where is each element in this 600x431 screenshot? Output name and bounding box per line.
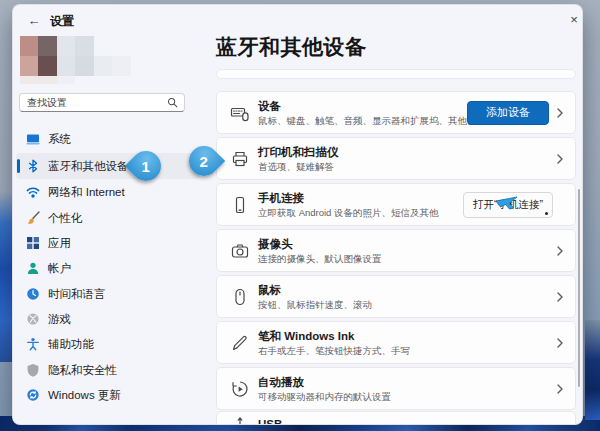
- card-printers-scanners[interactable]: 打印机和扫描仪 首选项、疑难解答: [216, 137, 576, 180]
- search-input[interactable]: [20, 97, 167, 108]
- settings-search: [19, 93, 185, 112]
- sidebar-item-label: 应用: [48, 236, 71, 251]
- sidebar-item-windows-update[interactable]: Windows 更新: [16, 382, 200, 408]
- card-title: 自动播放: [258, 376, 391, 389]
- sidebar-item-time-language[interactable]: 时间和语言: [16, 281, 200, 307]
- close-icon: ×: [570, 12, 578, 27]
- chevron-right-icon: [555, 384, 565, 394]
- card-autoplay[interactable]: 自动播放 可移动驱动器和内存的默认设置: [216, 367, 576, 410]
- phone-icon: [230, 195, 250, 215]
- usb-icon: [230, 416, 250, 425]
- annotation-step-2-label: 2: [200, 153, 208, 170]
- card-subtitle: 立即获取 Android 设备的照片、短信及其他: [258, 207, 439, 218]
- card-mouse[interactable]: 鼠标 按钮、鼠标指针速度、滚动: [216, 275, 576, 318]
- mouse-cursor-icon: [495, 191, 521, 219]
- sidebar-item-label: 隐私和安全性: [48, 363, 117, 378]
- card-title: 笔和 Windows Ink: [258, 330, 410, 343]
- sidebar-item-system[interactable]: 系统: [16, 126, 200, 152]
- card-phone-link[interactable]: 手机连接 立即获取 Android 设备的照片、短信及其他 打开“手机连接”: [216, 183, 576, 226]
- card-title: 手机连接: [258, 192, 439, 205]
- sidebar-item-label: 辅助功能: [48, 337, 94, 352]
- chevron-right-icon: [555, 246, 565, 256]
- sidebar-item-label: 帐户: [48, 261, 71, 276]
- clock-globe-icon: [26, 287, 40, 301]
- bluetooth-icon: [26, 159, 40, 173]
- accessibility-person-icon: [26, 337, 40, 351]
- sidebar-item-personalization[interactable]: 个性化: [16, 205, 200, 231]
- card-cameras[interactable]: 摄像头 连接的摄像头、默认图像设置: [216, 229, 576, 272]
- wallpaper-right: [585, 320, 600, 420]
- person-icon: [26, 261, 40, 275]
- pen-icon: [230, 333, 250, 353]
- add-device-button[interactable]: 添加设备: [467, 101, 549, 125]
- sidebar-item-privacy-security[interactable]: 隐私和安全性: [16, 357, 200, 383]
- sidebar-item-label: 游戏: [48, 312, 71, 327]
- vertical-scrollbar[interactable]: [578, 189, 580, 387]
- card-title: 设备: [258, 100, 486, 113]
- desktop: ← 设置 × 系统: [0, 0, 600, 431]
- sidebar-item-label: 时间和语言: [48, 287, 106, 302]
- shield-icon: [26, 363, 40, 377]
- sidebar-item-network[interactable]: 网络和 Internet: [16, 179, 200, 205]
- brush-icon: [26, 211, 40, 225]
- chevron-right-icon: [555, 108, 565, 118]
- autoplay-icon: [230, 379, 250, 399]
- page-title: 蓝牙和其他设备: [216, 33, 367, 61]
- card-subtitle: 首选项、疑难解答: [258, 161, 339, 172]
- camera-icon: [230, 241, 250, 261]
- chevron-right-icon: [555, 338, 565, 348]
- card-subtitle: 按钮、鼠标指针速度、滚动: [258, 299, 372, 310]
- cursor-click-dot: [545, 212, 548, 215]
- apps-grid-icon: [26, 236, 40, 250]
- card-title: USB: [258, 418, 282, 425]
- annotation-step-1-label: 1: [142, 158, 150, 175]
- search-icon: [167, 97, 178, 108]
- sidebar-item-apps[interactable]: 应用: [16, 230, 200, 256]
- sidebar-item-label: 个性化: [48, 211, 83, 226]
- partially-scrolled-card: [216, 69, 576, 79]
- sidebar-item-accounts[interactable]: 帐户: [16, 255, 200, 281]
- xbox-icon: [26, 312, 40, 326]
- back-arrow-icon: ←: [28, 13, 41, 28]
- chevron-right-icon: [555, 292, 565, 302]
- sidebar-item-label: 网络和 Internet: [48, 185, 125, 200]
- update-arrows-icon: [26, 388, 40, 402]
- close-button[interactable]: ×: [561, 8, 583, 30]
- card-subtitle: 连接的摄像头、默认图像设置: [258, 253, 382, 264]
- printer-icon: [230, 149, 250, 169]
- mouse-icon: [230, 287, 250, 307]
- selected-accent-bar: [17, 159, 20, 173]
- card-subtitle: 可移动驱动器和内存的默认设置: [258, 391, 391, 402]
- card-title: 鼠标: [258, 284, 372, 297]
- keyboard-mouse-icon: [230, 103, 250, 123]
- card-title: 摄像头: [258, 238, 382, 251]
- window-title: 设置: [50, 13, 74, 30]
- card-devices[interactable]: 设备 鼠标、键盘、触笔、音频、显示器和扩展坞、其他设备 添加设备: [216, 91, 576, 134]
- sidebar-item-label: 蓝牙和其他设备: [48, 159, 129, 174]
- system-icon: [26, 132, 40, 146]
- sidebar-item-gaming[interactable]: 游戏: [16, 306, 200, 332]
- sidebar-item-label: 系统: [48, 132, 71, 147]
- back-button[interactable]: ←: [23, 9, 45, 31]
- card-pen-windows-ink[interactable]: 笔和 Windows Ink 右手或左手、笔按钮快捷方式、手写: [216, 321, 576, 364]
- sidebar-item-bluetooth-devices[interactable]: 蓝牙和其他设备: [16, 153, 200, 179]
- sidebar-item-accessibility[interactable]: 辅助功能: [16, 331, 200, 357]
- chevron-right-icon: [555, 154, 565, 164]
- card-subtitle: 鼠标、键盘、触笔、音频、显示器和扩展坞、其他设备: [258, 115, 486, 126]
- card-title: 打印机和扫描仪: [258, 146, 339, 159]
- wifi-icon: [26, 185, 40, 199]
- account-avatar-redacted[interactable]: [20, 36, 150, 84]
- card-subtitle: 右手或左手、笔按钮快捷方式、手写: [258, 345, 410, 356]
- card-usb[interactable]: USB: [216, 411, 576, 425]
- sidebar-item-label: Windows 更新: [48, 388, 121, 403]
